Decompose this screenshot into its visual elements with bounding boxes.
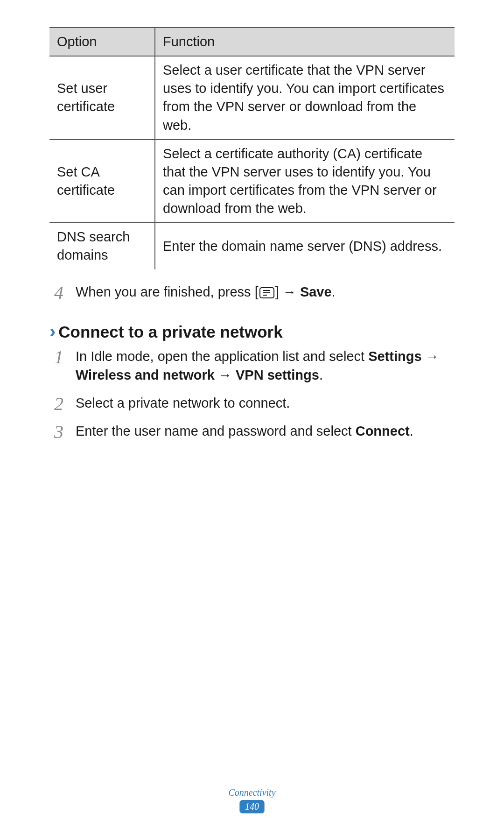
chevron-right-icon: › (49, 322, 56, 340)
step-text: → (422, 349, 439, 364)
step-number: 1 (49, 344, 68, 370)
step-bold: Connect (356, 424, 410, 438)
table-row: Set CA certificate Select a certificate … (49, 140, 455, 223)
step-bold: Wireless and network (76, 368, 215, 382)
step-text: . (410, 424, 413, 438)
cell-option: Set user certificate (49, 56, 155, 140)
heading-text: Connect to a private network (58, 323, 282, 341)
table-row: Set user certificate Select a user certi… (49, 56, 455, 140)
cell-option: DNS search domains (49, 223, 155, 269)
step-text: → (215, 368, 236, 382)
col-header-function: Function (155, 28, 455, 56)
options-table: Option Function Set user certificate Sel… (49, 27, 455, 269)
list-item: 1 In Idle mode, open the application lis… (49, 347, 455, 384)
document-page: Option Function Set user certificate Sel… (0, 0, 504, 827)
list-item: 4 When you are finished, press [] → Save… (49, 283, 455, 301)
step-number: 4 (49, 280, 68, 305)
cell-option: Set CA certificate (49, 140, 155, 223)
step-bold: Settings (368, 349, 421, 364)
step-text-pre: When you are finished, press [ (76, 284, 259, 299)
step-number: 2 (49, 391, 68, 417)
footer-section-label: Connectivity (0, 787, 504, 798)
list-item: 2 Select a private network to connect. (49, 394, 455, 412)
step-save: Save (300, 284, 332, 299)
page-footer: Connectivity 140 (0, 787, 504, 813)
cell-function: Enter the domain name server (DNS) addre… (155, 223, 455, 269)
step-list-prefix: 4 When you are finished, press [] → Save… (49, 283, 455, 301)
table-row: DNS search domains Enter the domain name… (49, 223, 455, 269)
step-text: Enter the user name and password and sel… (76, 424, 356, 438)
step-number: 3 (49, 419, 68, 445)
menu-icon (259, 287, 274, 298)
list-item: 3 Enter the user name and password and s… (49, 422, 455, 440)
step-list: 1 In Idle mode, open the application lis… (49, 347, 455, 440)
step-text: In Idle mode, open the application list … (76, 349, 368, 364)
step-period: . (332, 284, 336, 299)
col-header-option: Option (49, 28, 155, 56)
step-text-post: ] → (275, 284, 300, 299)
step-bold: VPN settings (236, 368, 319, 382)
section-heading: › Connect to a private network (49, 322, 455, 341)
page-number-badge: 140 (240, 800, 264, 813)
cell-function: Select a certificate authority (CA) cert… (155, 140, 455, 223)
cell-function: Select a user certificate that the VPN s… (155, 56, 455, 140)
step-text: Select a private network to connect. (76, 396, 290, 410)
step-text: . (319, 368, 323, 382)
